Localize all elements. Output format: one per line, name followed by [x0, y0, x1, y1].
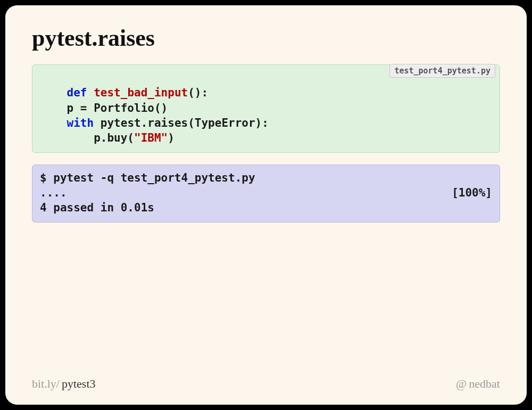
shell-output-block: $ pytest -q test_port4_pytest.py ....[10…: [32, 165, 500, 223]
shell-percent: [100%]: [452, 185, 492, 200]
footer-url: bit.ly/pytest3: [32, 377, 96, 391]
footer-handle-at: @: [456, 377, 467, 391]
footer-handle: @nedbat: [456, 377, 500, 391]
slide-card: pytest.raises test_port4_pytest.pydef te…: [5, 5, 527, 405]
shell-summary: 4 passed in 0.01s: [40, 201, 154, 214]
footer-handle-name: nedbat: [469, 377, 500, 391]
buy-suffix: ): [168, 132, 174, 144]
kw-def: def: [67, 86, 87, 99]
buy-prefix: p.buy(: [40, 132, 134, 144]
footer-url-slug: pytest3: [62, 377, 96, 391]
shell-progress-line: ....[100%]: [40, 185, 492, 200]
kw-with: with: [67, 117, 94, 129]
shell-dots: ....: [40, 185, 67, 200]
slide-footer: bit.ly/pytest3 @nedbat: [32, 377, 500, 392]
fn-paren: ():: [188, 86, 208, 99]
filename-tag: test_port4_pytest.py: [389, 64, 495, 78]
footer-url-prefix: bit.ly/: [32, 377, 60, 391]
raises-call: pytest.raises(TypeError):: [101, 117, 269, 129]
slide-title: pytest.raises: [32, 24, 500, 52]
fn-name: test_bad_input: [94, 86, 188, 99]
buy-str: "IBM": [134, 132, 168, 144]
shell-cmd: $ pytest -q test_port4_pytest.py: [40, 171, 255, 184]
code-line-2: p = Portfolio(): [40, 102, 168, 114]
python-code-block: test_port4_pytest.pydef test_bad_input()…: [32, 64, 500, 153]
